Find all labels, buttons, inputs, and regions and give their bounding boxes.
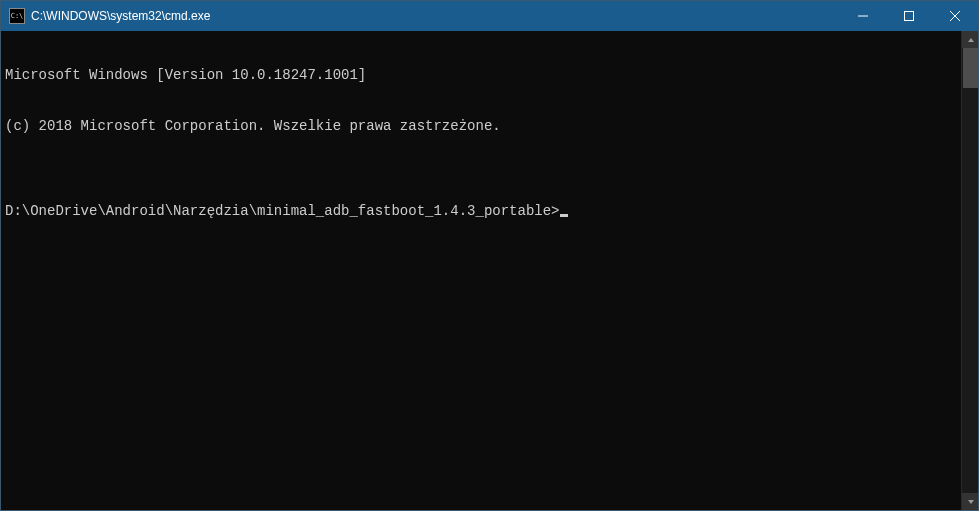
titlebar[interactable]: C:\ C:\WINDOWS\system32\cmd.exe	[1, 1, 978, 31]
maximize-button[interactable]	[886, 1, 932, 31]
minimize-icon	[858, 11, 868, 21]
scrollbar-down-button[interactable]	[962, 493, 979, 510]
console-container: Microsoft Windows [Version 10.0.18247.10…	[1, 31, 978, 510]
vertical-scrollbar[interactable]	[961, 31, 978, 510]
console-prompt: D:\OneDrive\Android\Narzędzia\minimal_ad…	[5, 203, 560, 219]
console-output[interactable]: Microsoft Windows [Version 10.0.18247.10…	[1, 31, 961, 510]
window-controls	[840, 1, 978, 31]
maximize-icon	[904, 11, 914, 21]
console-line: Microsoft Windows [Version 10.0.18247.10…	[5, 67, 957, 84]
chevron-down-icon	[967, 498, 975, 506]
cmd-icon-label: C:\	[11, 13, 24, 20]
console-prompt-line: D:\OneDrive\Android\Narzędzia\minimal_ad…	[5, 203, 957, 220]
scrollbar-up-button[interactable]	[962, 31, 979, 48]
svg-rect-1	[905, 12, 914, 21]
close-button[interactable]	[932, 1, 978, 31]
minimize-button[interactable]	[840, 1, 886, 31]
cmd-icon: C:\	[9, 8, 25, 24]
console-line: (c) 2018 Microsoft Corporation. Wszelkie…	[5, 118, 957, 135]
window-title: C:\WINDOWS\system32\cmd.exe	[31, 9, 840, 23]
chevron-up-icon	[967, 36, 975, 44]
close-icon	[950, 11, 960, 21]
cursor	[560, 214, 568, 217]
scrollbar-thumb[interactable]	[963, 48, 978, 88]
